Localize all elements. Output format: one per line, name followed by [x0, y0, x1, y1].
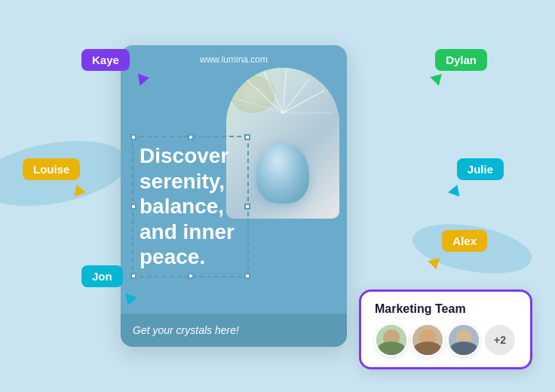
- avatar-3: [447, 323, 480, 357]
- handle-br[interactable]: [244, 273, 250, 279]
- handle-mr[interactable]: [244, 204, 250, 210]
- avatar-plus-count: +2: [483, 323, 517, 357]
- card-url: www.lumina.com: [121, 54, 347, 65]
- card-headline: Discover serenity, balance, and inner pe…: [140, 143, 241, 270]
- svg-line-1: [264, 72, 283, 113]
- avatar-1: [375, 323, 408, 357]
- handle-bm[interactable]: [188, 273, 194, 279]
- alex-arrow: [426, 255, 440, 269]
- text-selection-box[interactable]: Discover serenity, balance, and inner pe…: [132, 136, 249, 277]
- louise-arrow: [75, 185, 87, 198]
- julie-arrow: [447, 185, 460, 198]
- name-tag-kaye[interactable]: Kaye: [81, 49, 130, 71]
- avatar-row: +2: [375, 323, 517, 357]
- svg-line-4: [283, 90, 324, 113]
- jon-arrow: [126, 292, 139, 305]
- handle-tl[interactable]: [130, 134, 136, 140]
- avatar-2: [411, 323, 444, 357]
- svg-line-0: [241, 75, 283, 113]
- handle-tr[interactable]: [244, 134, 250, 140]
- dylan-arrow: [430, 74, 444, 87]
- marketing-team-card: Marketing Team +2: [359, 289, 532, 369]
- svg-line-3: [283, 79, 309, 113]
- crystal-shape: [256, 143, 309, 204]
- handle-tm[interactable]: [188, 134, 194, 140]
- name-tag-louise[interactable]: Louise: [23, 158, 80, 180]
- svg-line-6: [234, 98, 283, 113]
- card-footer: Get your crystals here!: [121, 314, 347, 347]
- card-footer-text: Get your crystals here!: [133, 324, 335, 336]
- handle-bl[interactable]: [130, 273, 136, 279]
- name-tag-jon[interactable]: Jon: [81, 265, 123, 287]
- name-tag-julie[interactable]: Julie: [457, 158, 504, 180]
- poster-card: www.lumina.com Discover serenit: [121, 45, 347, 347]
- handle-ml[interactable]: [130, 204, 136, 210]
- marketing-team-title: Marketing Team: [375, 302, 517, 316]
- svg-line-2: [283, 68, 287, 113]
- name-tag-dylan[interactable]: Dylan: [435, 49, 487, 71]
- name-tag-alex[interactable]: Alex: [442, 230, 487, 252]
